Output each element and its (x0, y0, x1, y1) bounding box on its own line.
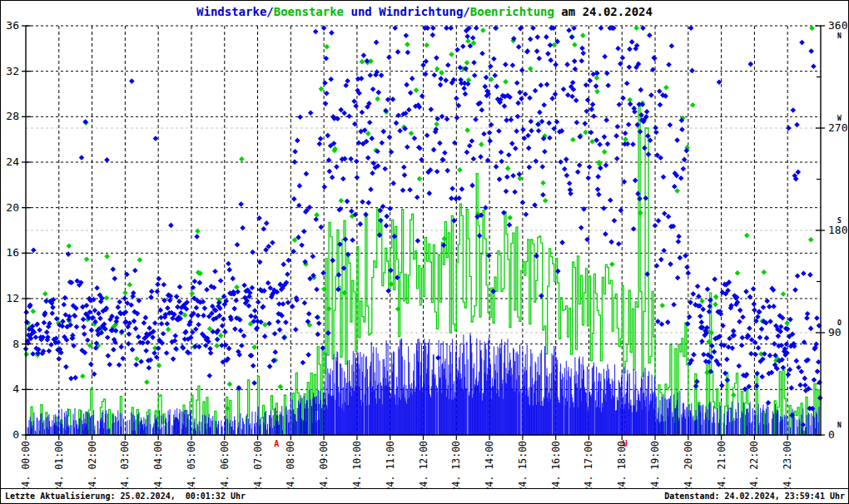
left-axis-tick-label: 36 (6, 19, 19, 32)
left-axis-tick-label: 16 (6, 246, 19, 259)
left-axis-tick-label: 32 (6, 65, 19, 77)
sun-marker-label-A: A (274, 439, 279, 448)
right-axis-tick-label: 270 (828, 121, 847, 134)
right-axis-tick-label: 180 (828, 224, 847, 236)
x-axis-tick-label: 24. 18:00 (616, 441, 628, 490)
x-axis-tick-label: 24. 11:00 (385, 441, 396, 490)
x-axis-tick-label: 24. 03:00 (119, 441, 131, 490)
right-axis-tick-label: 360 (828, 19, 847, 32)
x-axis-tick-label: 24. 17:00 (583, 441, 594, 490)
compass-letter-O-90: O (837, 319, 842, 327)
x-axis-tick-label: 24. 20:00 (683, 441, 694, 490)
left-axis-tick-label: 24 (6, 156, 19, 168)
left-axis-tick-label: 0 (12, 428, 19, 441)
x-axis-tick-label: 24. 13:00 (450, 441, 462, 490)
x-axis-tick-label: 24. 21:00 (716, 441, 727, 490)
data-timestamp-text: Datenstand: 24.02.2024, 23:59:41 Uhr (664, 490, 845, 503)
left-axis-tick-label: 4 (12, 383, 19, 395)
x-axis-tick-label: 24. 15:00 (517, 441, 529, 490)
status-bar: Letzte Aktualisierung: 25.02.2024, 00:01… (1, 488, 848, 503)
x-axis-tick-label: 24. 09:00 (318, 441, 330, 490)
x-axis-tick-label: 24. 19:00 (649, 441, 661, 490)
left-axis-tick-label: 8 (12, 338, 19, 350)
compass-letter-N-0: N (837, 422, 842, 429)
compass-letter-S-180: S (837, 217, 842, 225)
weather-wind-chart-window: Windstarke/Boenstarke und Windrichtung/B… (0, 0, 849, 504)
x-axis-tick-label: 24. 00:00 (20, 441, 32, 490)
left-axis-tick-label: 28 (6, 110, 19, 122)
left-axis-tick-label: 12 (6, 292, 19, 304)
last-update-text: Letzte Aktualisierung: 25.02.2024, 00:01… (5, 490, 246, 503)
x-axis-tick-label: 24. 14:00 (484, 441, 495, 490)
x-axis-tick-label: 24. 05:00 (186, 441, 197, 490)
x-axis-tick-label: 24. 23:00 (782, 441, 793, 490)
x-axis-tick-label: 24. 10:00 (351, 441, 363, 490)
x-axis-tick-label: 24. 16:00 (550, 441, 562, 490)
left-axis-tick-label: 20 (6, 201, 19, 214)
x-axis-tick-label: 24. 01:00 (53, 441, 65, 490)
right-axis-tick-label: 90 (828, 326, 842, 338)
x-axis-tick-label: 24. 08:00 (285, 441, 296, 490)
compass-letter-W-270: W (837, 115, 842, 122)
x-axis-tick-label: 24. 04:00 (152, 441, 164, 490)
compass-letter-N-360: N (837, 32, 842, 40)
right-axis-tick-label: 0 (828, 428, 835, 441)
x-axis-tick-label: 24. 07:00 (252, 441, 264, 490)
x-axis-tick-label: 24. 06:00 (219, 441, 231, 490)
x-axis-tick-label: 24. 22:00 (748, 441, 760, 490)
x-axis-tick-label: 24. 12:00 (418, 441, 429, 490)
x-axis-tick-label: 24. 02:00 (87, 441, 98, 490)
wind-chart-plot: AU04812162024283236360N270W180S90O0N24. … (1, 1, 849, 490)
